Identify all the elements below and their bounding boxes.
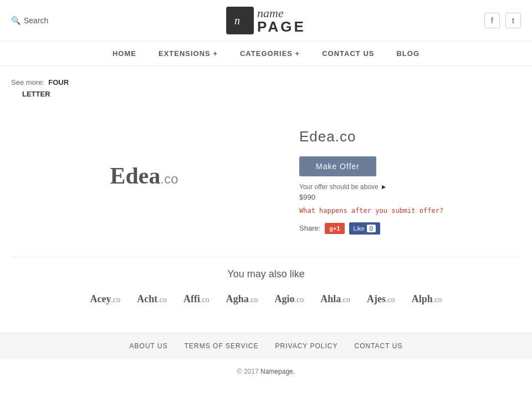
nav-categories[interactable]: CATEGORIES +	[240, 49, 300, 58]
logo[interactable]: n name PAGE	[226, 7, 306, 34]
list-item[interactable]: Ahla.co	[320, 293, 350, 305]
domain-card-name: Ajes	[367, 293, 386, 304]
nav-home[interactable]: HOME	[112, 49, 136, 58]
logo-icon: n	[226, 7, 254, 34]
domain-logo-display: Edea.co	[110, 162, 178, 189]
search-icon: 🔍	[11, 16, 21, 25]
logo-text-container: name PAGE	[257, 7, 306, 34]
twitter-icon[interactable]: t	[505, 13, 521, 28]
list-item[interactable]: Alph.co	[412, 293, 442, 305]
also-like-title: You may also like	[11, 268, 521, 280]
search-label[interactable]: Search	[24, 16, 48, 25]
domain-card-name: Agio	[274, 293, 294, 304]
main-content: See more: FOUR LETTER Edea.co Edea.co Ma…	[0, 66, 532, 333]
make-offer-button[interactable]: Make Offer	[299, 156, 376, 176]
breadcrumb-link-four[interactable]: FOUR	[48, 78, 69, 87]
offer-hint: Your offer should be above ►	[299, 183, 521, 191]
domain-card-ext: .co	[433, 296, 442, 304]
domain-logo-name: Edea	[110, 163, 160, 189]
nav-blog[interactable]: BLOG	[396, 49, 420, 58]
logo-svg: n	[232, 12, 248, 29]
also-like-grid: Acey.co Acht.co Affi.co Agha.co Agio.co …	[11, 293, 521, 305]
breadcrumb: See more: FOUR LETTER	[11, 77, 521, 100]
logo-name: name	[257, 7, 306, 19]
share-label: Share:	[299, 224, 320, 232]
fb-like-label: Like	[354, 225, 365, 232]
list-item[interactable]: Agio.co	[274, 293, 304, 305]
offer-arrow-icon: ►	[381, 183, 387, 191]
breadcrumb-link-letter[interactable]: LETTER	[22, 90, 50, 98]
domain-card-name: Affi	[183, 293, 200, 304]
list-item[interactable]: Acey.co	[90, 293, 121, 305]
domain-card-ext: .co	[111, 296, 121, 304]
domain-card-name: Alph	[412, 293, 433, 304]
nav-contact[interactable]: CONTACT US	[322, 49, 374, 58]
footer-link-contact[interactable]: CONTACT US	[354, 342, 402, 350]
facebook-icon[interactable]: f	[484, 13, 500, 28]
nav-extensions[interactable]: EXTENSIONS +	[158, 49, 218, 58]
list-item[interactable]: Agha.co	[226, 293, 258, 305]
fb-like-button[interactable]: Like 0	[349, 222, 380, 235]
list-item[interactable]: Ajes.co	[367, 293, 395, 305]
list-item[interactable]: Affi.co	[183, 293, 209, 305]
footer-link-privacy[interactable]: PRIVACY POLICY	[275, 342, 338, 350]
domain-card-ext: .co	[341, 296, 350, 304]
what-happens-link[interactable]: What happens after you submit offer?	[299, 207, 521, 215]
list-item[interactable]: Acht.co	[137, 293, 167, 305]
domain-info: Edea.co Make Offer Your offer should be …	[299, 117, 521, 235]
social-icons: f t	[484, 13, 521, 28]
domain-card-name: Ahla	[320, 293, 341, 304]
offer-hint-text: Your offer should be above	[299, 183, 378, 191]
main-nav: HOME EXTENSIONS + CATEGORIES + CONTACT U…	[0, 42, 532, 66]
domain-card-name: Acht	[137, 293, 157, 304]
copyright-year: © 2017	[237, 368, 259, 375]
footer-links: ABOUT US TERMS OF SERVICE PRIVACY POLICY…	[0, 333, 532, 359]
offer-amount: $990	[299, 193, 521, 201]
domain-card-ext: .co	[200, 296, 209, 304]
footer-link-terms[interactable]: TERMS OF SERVICE	[185, 342, 259, 350]
copyright-brand[interactable]: Namepage.	[260, 368, 295, 375]
domain-title: Edea.co	[299, 128, 521, 145]
share-row: Share: g+1 Like 0	[299, 222, 521, 235]
domain-card-ext: .co	[157, 296, 167, 304]
breadcrumb-prefix: See more:	[11, 78, 44, 87]
site-footer: ABOUT US TERMS OF SERVICE PRIVACY POLICY…	[0, 333, 532, 384]
domain-card-name: Acey	[90, 293, 111, 304]
domain-section: Edea.co Edea.co Make Offer Your offer sh…	[11, 117, 521, 235]
footer-copyright: © 2017 Namepage.	[0, 359, 532, 384]
domain-card-ext: .co	[294, 296, 304, 304]
domain-card-name: Agha	[226, 293, 249, 304]
domain-card-ext: .co	[386, 296, 395, 304]
also-like-section: You may also like Acey.co Acht.co Affi.c…	[11, 257, 521, 322]
logo-area: n name PAGE	[226, 7, 306, 34]
footer-link-about[interactable]: ABOUT US	[130, 342, 168, 350]
domain-logo-area: Edea.co	[11, 117, 277, 235]
logo-page: PAGE	[257, 19, 306, 34]
search-area[interactable]: 🔍 Search	[11, 16, 48, 25]
domain-card-ext: .co	[249, 296, 258, 304]
domain-logo-ext: .co	[161, 171, 178, 186]
gplus-button[interactable]: g+1	[325, 223, 344, 234]
svg-text:n: n	[234, 14, 240, 27]
fb-count: 0	[367, 225, 376, 232]
site-header: 🔍 Search n name PAGE f t	[0, 0, 532, 42]
